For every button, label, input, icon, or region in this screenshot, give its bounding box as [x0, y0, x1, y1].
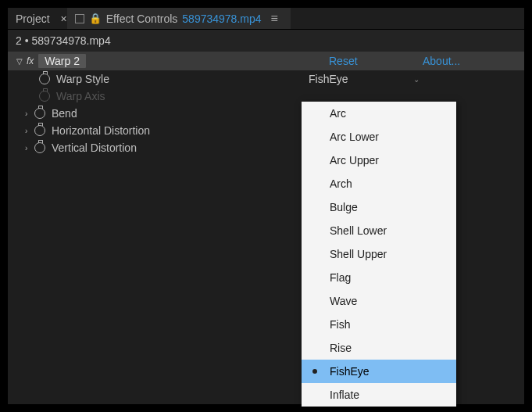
- dropdown-item[interactable]: Arc Upper: [302, 149, 456, 172]
- dropdown-item[interactable]: Bulge: [302, 195, 456, 219]
- warp-style-value: FishEye: [309, 73, 348, 85]
- effect-header: ▽ fx Warp 2 Reset About...: [8, 52, 524, 70]
- chevron-down-icon: ⌄: [413, 75, 420, 84]
- dropdown-item-label: Fish: [330, 318, 350, 331]
- composition-icon: [75, 14, 84, 23]
- expand-caret-icon[interactable]: ›: [25, 144, 33, 152]
- tab-effect-controls-label: Effect Controls: [106, 13, 178, 25]
- twirl-down-icon[interactable]: ▽: [16, 57, 23, 66]
- dropdown-item[interactable]: Fish: [302, 313, 456, 336]
- breadcrumb-clip: 589734978.mp4: [31, 34, 110, 47]
- effect-name[interactable]: Warp 2: [38, 54, 86, 68]
- prop-hdist-label: Horizontal Distortion: [52, 124, 150, 137]
- dropdown-item[interactable]: Flag: [302, 266, 456, 289]
- lock-icon: 🔒: [89, 13, 102, 24]
- prop-warp-style-label: Warp Style: [56, 73, 109, 85]
- breadcrumb-separator: •: [25, 34, 29, 47]
- dropdown-item-label: Flag: [330, 271, 351, 284]
- warp-style-dropdown-popup: ArcArc LowerArc UpperArchBulgeShell Lowe…: [302, 102, 456, 407]
- dropdown-item[interactable]: FishEye: [302, 360, 456, 383]
- reset-button[interactable]: Reset: [329, 55, 423, 67]
- warp-style-dropdown[interactable]: FishEye ⌄: [305, 72, 423, 86]
- tab-project[interactable]: Project: [8, 8, 58, 29]
- dropdown-item-label: Bulge: [330, 201, 358, 213]
- dropdown-item-label: Shell Upper: [330, 248, 387, 260]
- dropdown-item-label: Wave: [330, 295, 357, 307]
- dropdown-item[interactable]: Shell Lower: [302, 219, 456, 242]
- tab-project-label: Project: [16, 13, 50, 25]
- dropdown-item-label: Arc: [330, 107, 346, 120]
- about-button[interactable]: About...: [423, 55, 501, 67]
- dropdown-item-label: Arc Lower: [330, 131, 379, 143]
- dropdown-item-label: Rise: [330, 342, 352, 354]
- stopwatch-icon[interactable]: [39, 73, 50, 84]
- stopwatch-icon[interactable]: [34, 108, 45, 119]
- stopwatch-icon: [39, 91, 50, 102]
- effect-links: Reset About...: [329, 55, 524, 67]
- dropdown-item-label: Arc Upper: [330, 154, 379, 167]
- dropdown-item[interactable]: Arc Lower: [302, 125, 456, 149]
- panel-tabs: Project × 🔒 Effect Controls 589734978.mp…: [8, 8, 524, 30]
- selected-dot-icon: [312, 369, 317, 374]
- breadcrumb: 2 • 589734978.mp4: [8, 30, 524, 52]
- dropdown-item[interactable]: Shell Upper: [302, 242, 456, 266]
- stopwatch-icon[interactable]: [34, 125, 45, 136]
- dropdown-item-label: Arch: [330, 177, 352, 190]
- dropdown-item[interactable]: Arch: [302, 172, 456, 195]
- prop-warp-axis-label: Warp Axis: [56, 90, 105, 102]
- tab-filename: 589734978.mp4: [182, 13, 261, 25]
- panel-menu-icon[interactable]: ≡: [266, 12, 283, 26]
- expand-caret-icon[interactable]: ›: [25, 109, 33, 118]
- dropdown-item[interactable]: Rise: [302, 336, 456, 360]
- prop-vdist-label: Vertical Distortion: [52, 142, 137, 154]
- fx-icon[interactable]: fx: [27, 56, 34, 66]
- breadcrumb-sequence: 2: [16, 34, 22, 47]
- prop-warp-style: Warp Style FishEye ⌄: [8, 70, 524, 88]
- dropdown-item[interactable]: Inflate: [302, 383, 456, 407]
- dropdown-item-label: Shell Lower: [330, 224, 387, 237]
- tab-effect-controls[interactable]: 🔒 Effect Controls 589734978.mp4 ≡: [67, 8, 291, 29]
- effect-controls-panel: Project × 🔒 Effect Controls 589734978.mp…: [8, 8, 524, 404]
- dropdown-item[interactable]: Wave: [302, 289, 456, 313]
- dropdown-item-label: FishEye: [330, 365, 370, 378]
- dropdown-item[interactable]: Arc: [302, 102, 456, 125]
- prop-bend-label: Bend: [52, 107, 77, 120]
- stopwatch-icon[interactable]: [34, 142, 45, 153]
- expand-caret-icon[interactable]: ›: [25, 127, 33, 135]
- close-tab-icon[interactable]: ×: [58, 13, 67, 24]
- dropdown-item-label: Inflate: [330, 389, 359, 401]
